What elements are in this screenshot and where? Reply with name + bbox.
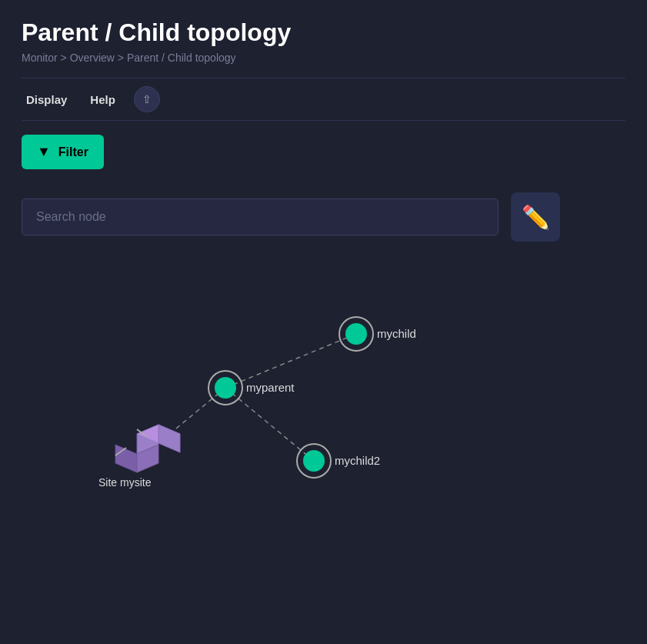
- toolbar: Display Help ⇧: [22, 78, 625, 121]
- svg-text:mychild2: mychild2: [335, 454, 380, 467]
- svg-text:mychild: mychild: [377, 327, 416, 340]
- search-input[interactable]: [22, 199, 499, 235]
- svg-point-7: [303, 450, 325, 472]
- svg-text:myparent: myparent: [246, 381, 295, 394]
- node-myparent[interactable]: myparent: [208, 371, 295, 405]
- help-menu-item[interactable]: Help: [85, 90, 120, 109]
- svg-marker-10: [115, 445, 137, 472]
- edit-button[interactable]: ✏️: [511, 192, 560, 242]
- node-mychild2[interactable]: mychild2: [297, 444, 380, 478]
- breadcrumb: Monitor > Overview > Parent / Child topo…: [22, 52, 625, 64]
- node-mysite[interactable]: Site mysite: [98, 425, 180, 489]
- svg-point-4: [215, 377, 236, 399]
- node-mychild[interactable]: mychild: [339, 317, 416, 351]
- chevron-up-icon: ⇧: [142, 93, 152, 105]
- filter-label: Filter: [58, 145, 88, 159]
- svg-marker-13: [158, 425, 180, 452]
- topology-svg: mychild myparent mychild2: [22, 265, 622, 511]
- pencil-icon: ✏️: [522, 204, 550, 231]
- filter-icon: ▼: [37, 144, 51, 160]
- collapse-button[interactable]: ⇧: [134, 86, 160, 112]
- search-edit-row: ✏️: [22, 192, 625, 242]
- svg-text:Site mysite: Site mysite: [98, 476, 152, 489]
- svg-point-1: [345, 323, 367, 345]
- edge-myparent-mychild: [225, 334, 356, 388]
- filter-button[interactable]: ▼ Filter: [22, 135, 104, 169]
- topology-area: mychild myparent mychild2: [22, 265, 625, 526]
- display-menu-item[interactable]: Display: [22, 90, 72, 109]
- page-title: Parent / Child topology: [22, 18, 625, 47]
